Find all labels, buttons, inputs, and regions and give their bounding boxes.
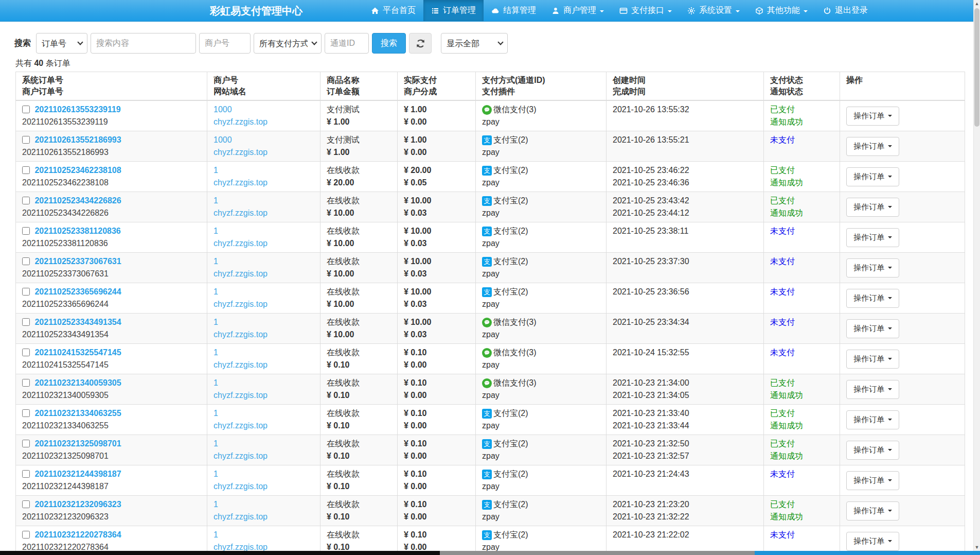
- site-domain-link[interactable]: chyzf.zzgis.top: [213, 450, 268, 462]
- merchant-id-link[interactable]: 1: [213, 164, 218, 177]
- system-order-link[interactable]: 2021102523434226826: [34, 196, 121, 205]
- merchant-id-link[interactable]: 1: [213, 195, 218, 207]
- order-action-button[interactable]: 操作订单: [846, 380, 899, 399]
- nav-item-settlement[interactable]: 结算管理: [484, 0, 544, 21]
- site-domain-link[interactable]: chyzf.zzgis.top: [213, 511, 268, 523]
- site-domain-link[interactable]: chyzf.zzgis.top: [213, 146, 268, 159]
- system-order-link[interactable]: 2021102523365696244: [34, 287, 121, 296]
- merchant-id-link[interactable]: 1: [213, 286, 218, 298]
- system-order-link[interactable]: 2021102613553239119: [34, 105, 120, 114]
- system-order-link[interactable]: 2021102321244398187: [34, 470, 121, 478]
- row-checkbox[interactable]: [22, 136, 30, 144]
- horizontal-scrollbar-thumb[interactable]: [440, 551, 755, 555]
- row-checkbox[interactable]: [22, 379, 30, 387]
- row-checkbox[interactable]: [22, 349, 30, 356]
- merchant-id-link[interactable]: 1: [213, 316, 218, 328]
- search-type-select[interactable]: 订单号: [36, 33, 87, 54]
- site-domain-link[interactable]: chyzf.zzgis.top: [213, 207, 268, 219]
- nav-item-other[interactable]: 其他功能: [747, 0, 815, 21]
- site-domain-link[interactable]: chyzf.zzgis.top: [213, 420, 268, 432]
- order-action-button[interactable]: 操作订单: [846, 471, 899, 490]
- merchant-id-link[interactable]: 1: [213, 529, 218, 541]
- display-filter-select[interactable]: 显示全部: [441, 33, 508, 54]
- merchant-id-link[interactable]: 1: [213, 438, 218, 450]
- nav-item-home[interactable]: 平台首页: [363, 0, 423, 21]
- system-order-link[interactable]: 2021102321325098701: [34, 439, 121, 448]
- system-order-link[interactable]: 2021102415325547145: [34, 348, 121, 357]
- merchant-id-link[interactable]: 1: [213, 255, 218, 268]
- site-domain-link[interactable]: chyzf.zzgis.top: [213, 268, 268, 280]
- cell-times: 2021-10-26 13:55:32: [607, 100, 764, 131]
- merchant-id-link[interactable]: 1: [213, 407, 218, 420]
- nav-item-logout[interactable]: 退出登录: [815, 0, 876, 21]
- merchant-id-link[interactable]: 1: [213, 468, 218, 480]
- row-checkbox[interactable]: [22, 440, 30, 447]
- order-action-button[interactable]: 操作订单: [846, 350, 899, 369]
- search-keyword-input[interactable]: [91, 33, 196, 54]
- paid-amount: ¥ 1.00: [404, 103, 469, 116]
- vertical-scrollbar[interactable]: ▲ ▼: [973, 0, 980, 551]
- site-domain-link[interactable]: chyzf.zzgis.top: [213, 389, 268, 402]
- system-order-link[interactable]: 2021102321340059305: [34, 378, 121, 387]
- order-action-button[interactable]: 操作订单: [846, 228, 899, 247]
- row-checkbox[interactable]: [22, 409, 30, 417]
- merchant-id-input[interactable]: [199, 33, 251, 54]
- order-action-button[interactable]: 操作订单: [846, 441, 899, 460]
- cell-status: 已支付 通知成功: [764, 374, 840, 405]
- row-checkbox[interactable]: [22, 197, 30, 204]
- nav-item-merchants[interactable]: 商户管理: [544, 0, 612, 21]
- site-domain-link[interactable]: chyzf.zzgis.top: [213, 480, 268, 493]
- system-order-link[interactable]: 2021102523343491354: [34, 318, 121, 326]
- merchant-id-link[interactable]: 1000: [213, 134, 232, 146]
- scroll-down-arrow-icon[interactable]: ▼: [974, 544, 980, 551]
- order-action-button[interactable]: 操作订单: [846, 198, 899, 217]
- scroll-up-arrow-icon[interactable]: ▲: [974, 0, 980, 7]
- order-action-button[interactable]: 操作订单: [846, 167, 899, 186]
- row-checkbox[interactable]: [22, 531, 30, 539]
- order-action-button[interactable]: 操作订单: [846, 319, 899, 338]
- site-domain-link[interactable]: chyzf.zzgis.top: [213, 328, 268, 341]
- order-action-button[interactable]: 操作订单: [846, 532, 899, 551]
- row-checkbox[interactable]: [22, 166, 30, 174]
- nav-item-settings[interactable]: 系统设置: [680, 0, 747, 21]
- system-order-link[interactable]: 2021102613552186993: [34, 135, 121, 144]
- system-order-link[interactable]: 2021102523381120836: [34, 227, 120, 235]
- site-domain-link[interactable]: chyzf.zzgis.top: [213, 116, 268, 128]
- row-checkbox[interactable]: [22, 257, 30, 265]
- channel-id-input[interactable]: [325, 33, 369, 54]
- scrollbar-thumb[interactable]: [974, 8, 979, 127]
- merchant-id-link[interactable]: 1: [213, 225, 218, 237]
- site-domain-link[interactable]: chyzf.zzgis.top: [213, 298, 268, 310]
- nav-item-orders[interactable]: 订单管理: [423, 0, 484, 21]
- refresh-button[interactable]: [409, 33, 432, 54]
- nav-item-pay-api[interactable]: 支付接口: [612, 0, 680, 21]
- order-action-button[interactable]: 操作订单: [846, 137, 899, 156]
- site-domain-link[interactable]: chyzf.zzgis.top: [213, 237, 268, 250]
- row-checkbox[interactable]: [22, 106, 30, 113]
- site-domain-link[interactable]: chyzf.zzgis.top: [213, 177, 268, 189]
- cell-paid-share: ¥ 10.00 ¥ 0.03: [398, 314, 476, 344]
- order-action-button[interactable]: 操作订单: [846, 410, 899, 429]
- order-action-button[interactable]: 操作订单: [846, 258, 899, 278]
- row-checkbox[interactable]: [22, 227, 30, 235]
- system-order-link[interactable]: 2021102321232096323: [34, 500, 121, 509]
- pay-type-select[interactable]: 所有支付方式: [254, 33, 322, 54]
- merchant-id-link[interactable]: 1000: [213, 103, 232, 116]
- row-checkbox[interactable]: [22, 318, 30, 326]
- pay-method-label: 支付宝(2): [493, 498, 528, 511]
- system-order-link[interactable]: 2021102321220278364: [34, 530, 121, 539]
- row-checkbox[interactable]: [22, 288, 30, 296]
- system-order-link[interactable]: 2021102523462238108: [34, 166, 121, 175]
- order-action-button[interactable]: 操作订单: [846, 289, 899, 308]
- search-button[interactable]: 搜索: [372, 33, 406, 54]
- order-action-button[interactable]: 操作订单: [846, 107, 899, 126]
- merchant-id-link[interactable]: 1: [213, 377, 218, 389]
- row-checkbox[interactable]: [22, 500, 30, 508]
- row-checkbox[interactable]: [22, 470, 30, 478]
- merchant-id-link[interactable]: 1: [213, 346, 218, 359]
- system-order-link[interactable]: 2021102321334063255: [34, 409, 121, 418]
- system-order-link[interactable]: 2021102523373067631: [34, 257, 121, 266]
- order-action-button[interactable]: 操作订单: [846, 501, 899, 521]
- merchant-id-link[interactable]: 1: [213, 498, 218, 511]
- site-domain-link[interactable]: chyzf.zzgis.top: [213, 359, 268, 371]
